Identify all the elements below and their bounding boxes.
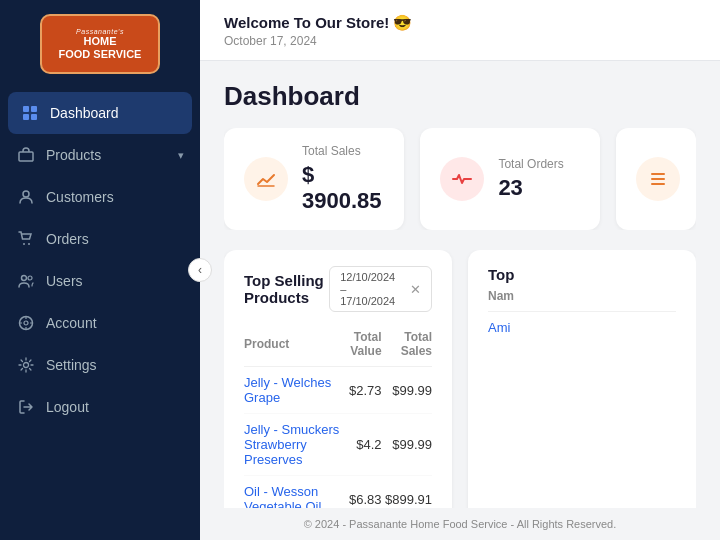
- stat-card-partial: [616, 128, 696, 230]
- orders-stat-value: 23: [498, 175, 563, 201]
- content-area: Dashboard Total Sales $ 3900.85: [200, 61, 720, 508]
- svg-point-7: [28, 243, 30, 245]
- welcome-date: October 17, 2024: [224, 34, 696, 48]
- orders-icon-wrap: [440, 157, 484, 201]
- svg-point-9: [28, 276, 32, 280]
- footer-text: © 2024 - Passanante Home Food Service - …: [304, 518, 617, 530]
- products-label: Products: [46, 147, 178, 163]
- top-bar: Welcome To Our Store! 😎 October 17, 2024: [200, 0, 720, 61]
- products-icon: [16, 145, 36, 165]
- total-sales: $899.91: [382, 476, 432, 509]
- total-value: $4.2: [342, 414, 381, 476]
- svg-point-5: [23, 191, 29, 197]
- table-row: Jelly - Smuckers Strawberry Preserves $4…: [244, 414, 432, 476]
- svg-point-8: [22, 276, 27, 281]
- table-row: Jelly - Welches Grape $2.73 $99.99: [244, 367, 432, 414]
- account-icon: [16, 313, 36, 333]
- orders-label: Orders: [46, 231, 184, 247]
- svg-rect-15: [651, 183, 665, 185]
- sidebar-collapse-button[interactable]: ‹: [188, 258, 212, 282]
- logo-top-text: Passanante's: [76, 28, 124, 35]
- sidebar-item-customers[interactable]: Customers: [0, 176, 200, 218]
- col-total-value: Total Value: [342, 324, 381, 367]
- date-filter[interactable]: 12/10/2024 – 17/10/2024 ✕: [329, 266, 432, 312]
- svg-rect-2: [23, 114, 29, 120]
- sidebar-item-users[interactable]: Users: [0, 260, 200, 302]
- product-name: Jelly - Smuckers Strawberry Preserves: [244, 414, 342, 476]
- product-name: Jelly - Welches Grape: [244, 367, 342, 414]
- main-content: Welcome To Our Store! 😎 October 17, 2024…: [200, 0, 720, 540]
- logout-label: Logout: [46, 399, 184, 415]
- sales-value: $ 3900.85: [302, 162, 384, 214]
- col-name: Nam: [488, 283, 676, 312]
- sidebar-logo: Passanante's HomeFood Service: [0, 0, 200, 84]
- sidebar-item-logout[interactable]: Logout: [0, 386, 200, 428]
- nav-items: Dashboard Products ▾ Customers: [0, 84, 200, 540]
- stat-card-sales: Total Sales $ 3900.85: [224, 128, 404, 230]
- svg-rect-4: [19, 152, 33, 161]
- date-filter-close-icon[interactable]: ✕: [410, 282, 421, 297]
- svg-rect-0: [23, 106, 29, 112]
- orders-icon: [16, 229, 36, 249]
- svg-point-11: [24, 321, 28, 325]
- sidebar-item-orders[interactable]: Orders: [0, 218, 200, 260]
- welcome-title: Welcome To Our Store! 😎: [224, 14, 696, 32]
- footer: © 2024 - Passanante Home Food Service - …: [200, 508, 720, 540]
- stat-card-orders: Total Orders 23: [420, 128, 600, 230]
- col-product: Product: [244, 324, 342, 367]
- top-selling-body: Jelly - Welches Grape $2.73 $99.99 Jelly…: [244, 367, 432, 509]
- date-range-text: 12/10/2024 – 17/10/2024: [340, 271, 402, 307]
- top-selling-header: Top Selling Products 12/10/2024 – 17/10/…: [244, 266, 432, 312]
- sidebar-item-account[interactable]: Account: [0, 302, 200, 344]
- top-customers-table: Nam Ami: [488, 283, 676, 343]
- settings-icon: [16, 355, 36, 375]
- customer-name: Ami: [488, 312, 676, 344]
- sales-chart-icon: [255, 168, 277, 190]
- tables-row: Top Selling Products 12/10/2024 – 17/10/…: [224, 250, 696, 508]
- total-value: $6.83: [342, 476, 381, 509]
- svg-rect-14: [651, 178, 665, 180]
- top-customers-section: Top Nam Ami: [468, 250, 696, 508]
- products-chevron-icon: ▾: [178, 149, 184, 162]
- customers-label: Customers: [46, 189, 184, 205]
- svg-point-12: [24, 363, 29, 368]
- logo-box: Passanante's HomeFood Service: [40, 14, 160, 74]
- partial-list-icon: [648, 169, 668, 189]
- product-name: Oil - Wesson Vegetable Oil: [244, 476, 342, 509]
- table-row: Ami: [488, 312, 676, 344]
- page-title: Dashboard: [224, 81, 696, 112]
- svg-rect-13: [651, 173, 665, 175]
- sidebar-item-dashboard[interactable]: Dashboard: [8, 92, 192, 134]
- settings-label: Settings: [46, 357, 184, 373]
- logo-main-text: HomeFood Service: [59, 35, 142, 59]
- dashboard-label: Dashboard: [50, 105, 180, 121]
- top-selling-title: Top Selling Products: [244, 272, 329, 306]
- sidebar: Passanante's HomeFood Service ‹ Dashboar…: [0, 0, 200, 540]
- svg-rect-1: [31, 106, 37, 112]
- users-icon: [16, 271, 36, 291]
- top-customers-body: Ami: [488, 312, 676, 344]
- partial-icon-wrap: [636, 157, 680, 201]
- total-value: $2.73: [342, 367, 381, 414]
- stats-row: Total Sales $ 3900.85 Total Orders 23: [224, 128, 696, 230]
- sales-icon-wrap: [244, 157, 288, 201]
- logout-icon: [16, 397, 36, 417]
- total-sales: $99.99: [382, 367, 432, 414]
- stat-info-orders: Total Orders 23: [498, 157, 563, 201]
- top-selling-table: Product Total Value Total Sales Jelly - …: [244, 324, 432, 508]
- orders-stat-label: Total Orders: [498, 157, 563, 171]
- sales-label: Total Sales: [302, 144, 384, 158]
- col-total-sales: Total Sales: [382, 324, 432, 367]
- top-customers-title: Top: [488, 266, 676, 283]
- total-sales: $99.99: [382, 414, 432, 476]
- stat-info-sales: Total Sales $ 3900.85: [302, 144, 384, 214]
- sidebar-item-products[interactable]: Products ▾: [0, 134, 200, 176]
- dashboard-icon: [20, 103, 40, 123]
- users-label: Users: [46, 273, 184, 289]
- account-label: Account: [46, 315, 184, 331]
- sidebar-item-settings[interactable]: Settings: [0, 344, 200, 386]
- svg-point-6: [23, 243, 25, 245]
- svg-rect-3: [31, 114, 37, 120]
- table-row: Oil - Wesson Vegetable Oil $6.83 $899.91: [244, 476, 432, 509]
- customers-header-row: Nam: [488, 283, 676, 312]
